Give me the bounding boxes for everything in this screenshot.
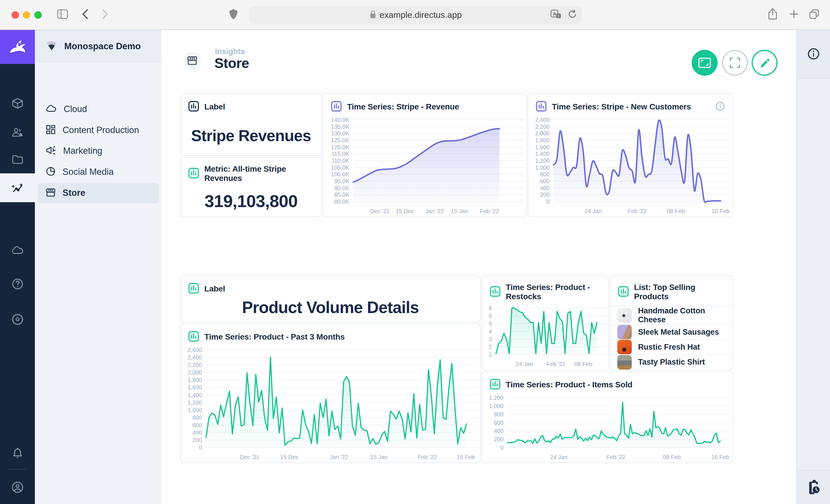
new-customers-chart: 02004006008001,0001,2001,4001,6001,8002,… [528,116,733,216]
sidebar-item-cloud[interactable]: Cloud [38,99,159,120]
svg-text:1,800: 1,800 [535,137,550,143]
svg-text:1,600: 1,600 [535,144,550,150]
info-sidebar-button[interactable] [797,30,830,78]
svg-text:115.0K: 115.0K [331,150,350,157]
svg-text:800: 800 [494,411,504,417]
svg-text:1,600: 1,600 [188,384,202,391]
svg-text:24 Jan: 24 Jan [550,454,568,460]
notifications-bell-icon[interactable] [0,439,35,468]
project-switcher[interactable]: Monospace Demo [35,30,161,63]
panel-title: Time Series: Product - Restocks [506,283,601,301]
module-files-icon[interactable] [0,145,35,174]
svg-text:24 Jan: 24 Jan [516,361,533,367]
list-item[interactable]: Handmade Cotton Cheese [610,306,733,324]
svg-text:08 Feb: 08 Feb [663,454,681,460]
svg-text:400: 400 [494,428,504,434]
svg-text:800: 800 [540,171,550,177]
svg-text:08 Feb: 08 Feb [667,208,685,214]
svg-text:600: 600 [494,419,504,426]
svg-text:100.0K: 100.0K [331,171,350,177]
module-help-icon[interactable] [0,270,35,298]
label-text: Stripe Revenues [181,116,321,155]
share-icon[interactable] [768,8,777,21]
panel-label-product[interactable]: Label Product Volume Details [180,275,481,322]
fullscreen-button[interactable] [722,50,748,76]
svg-text:Feb '22: Feb '22 [606,454,626,460]
panel-timeseries-past-3-months[interactable]: Time Series: Product - Past 3 Months 020… [180,324,481,463]
panel-list-top-selling[interactable]: List: Top Selling Products Handmade Cott… [610,275,733,370]
svg-text:135.0K: 135.0K [331,124,350,130]
svg-text:5: 5 [489,313,492,319]
panel-timeseries-stripe-revenue[interactable]: Time Series: Stripe - Revenue 80.0K85.0K… [323,93,527,217]
sidebar-item-content-production[interactable]: Content Production [38,120,159,140]
traffic-close-button[interactable] [11,11,19,19]
sidebar-item-social-media[interactable]: Social Media [38,162,159,182]
url-bar[interactable]: example.directus.app A文 [249,6,582,24]
panel-label-stripe[interactable]: Label Stripe Revenues [180,93,322,156]
svg-text:15 Dec: 15 Dec [396,208,414,214]
items-sold-chart: 02004006008001,0001,20024 JanFeb '2208 F… [482,394,733,463]
directus-logo[interactable] [0,30,35,64]
activity-log-button[interactable] [797,470,830,504]
panel-info-icon[interactable] [715,101,725,112]
module-cloud-icon[interactable] [0,236,35,265]
panel-timeseries-restocks[interactable]: Time Series: Product - Restocks 12345562… [482,275,609,370]
sidebar-item-marketing[interactable]: Marketing [38,140,159,161]
forward-button[interactable] [101,8,109,21]
svg-text:125.0K: 125.0K [331,137,350,143]
page-avatar[interactable] [183,52,201,69]
svg-text:2,400: 2,400 [188,354,202,361]
reload-icon[interactable] [568,9,577,21]
module-settings-icon[interactable] [0,304,35,333]
list-item[interactable]: Sleek Metal Sausages [610,324,733,339]
svg-text:1,000: 1,000 [535,164,550,171]
svg-text:Jan '22: Jan '22 [425,208,444,214]
svg-text:0: 0 [546,198,550,205]
module-bar-divider [9,469,26,469]
svg-text:105.0K: 105.0K [331,164,350,171]
user-avatar-icon[interactable] [0,473,35,502]
breadcrumb[interactable]: Insights [215,47,245,56]
lock-icon [370,10,376,20]
panel-timeseries-new-customers[interactable]: Time Series: Stripe - New Customers 0200… [528,93,733,217]
svg-text:400: 400 [540,185,550,191]
svg-text:1,400: 1,400 [535,150,550,157]
svg-text:1,200: 1,200 [489,395,504,401]
svg-text:5: 5 [489,321,492,327]
page-title: Store [215,55,249,71]
traffic-zoom-button[interactable] [34,11,42,19]
module-users-icon[interactable] [0,118,35,146]
svg-text:110.0K: 110.0K [331,158,350,164]
svg-text:6: 6 [489,305,492,311]
panel-type-icon [188,101,199,113]
panel-title: Time Series: Stripe - New Customers [552,102,691,111]
dashboard-grid-icon [46,125,56,136]
list-item[interactable]: Tasty Plastic Shirt [610,355,733,370]
present-mode-button[interactable] [692,50,717,76]
sidebar-toggle-icon[interactable] [57,9,68,20]
traffic-minimize-button[interactable] [23,11,30,19]
insights-dashboard: Insights Store Label Stripe Revenues [161,30,796,504]
product-thumbnail [617,325,632,339]
module-content-icon[interactable] [0,89,35,118]
svg-text:80.0K: 80.0K [334,198,350,205]
list-item[interactable]: Rustic Fresh Hat [610,339,733,354]
translate-icon[interactable]: A文 [550,9,562,21]
svg-text:Jan '22: Jan '22 [330,454,348,460]
svg-text:3: 3 [489,336,492,342]
panel-metric-stripe[interactable]: Metric: All-time Stripe Revenues 319,103… [180,157,322,217]
panel-type-icon [490,286,501,298]
sidebar-item-store[interactable]: Store [38,182,159,203]
svg-text:120.0K: 120.0K [331,144,350,150]
module-insights-icon[interactable] [0,173,35,202]
edit-dashboard-button[interactable] [752,50,777,76]
new-tab-icon[interactable] [789,9,799,20]
panel-timeseries-items-sold[interactable]: Time Series: Product - Items Sold 020040… [482,371,733,463]
svg-text:A: A [553,11,556,17]
back-button[interactable] [81,8,89,21]
panel-title: Time Series: Product - Past 3 Months [204,332,345,342]
tab-overview-icon[interactable] [809,9,820,21]
privacy-shield-icon[interactable] [229,8,238,21]
svg-text:2,200: 2,200 [188,362,202,368]
svg-text:85.0K: 85.0K [334,192,350,198]
